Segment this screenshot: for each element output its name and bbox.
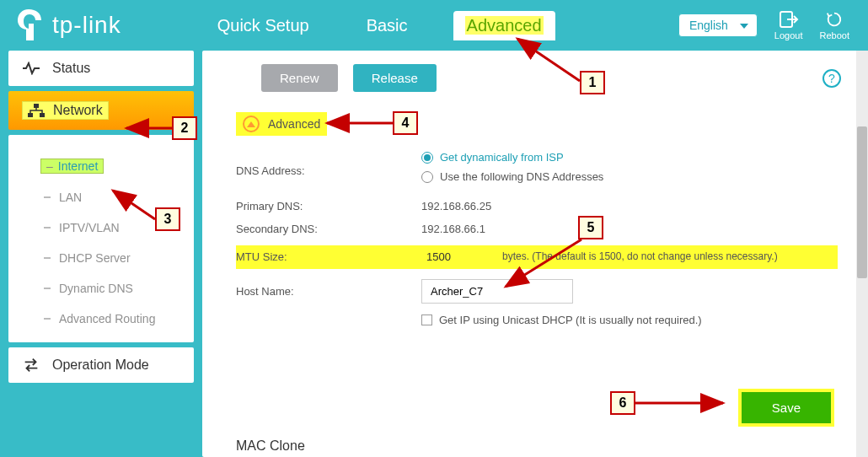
mtu-hint: bytes. (The default is 1500, do not chan… [502,250,838,264]
mtu-row: MTU Size: bytes. (The default is 1500, d… [236,245,838,269]
chevron-up-icon [243,116,260,132]
sidebar-network-sub: –Internet LAN IPTV/VLAN DHCP Server Dyna… [8,135,194,342]
sidebar-status[interactable]: Status [8,51,194,86]
sidebar-operation-mode[interactable]: Operation Mode [8,347,194,383]
tplink-logo-icon [17,8,46,42]
unicast-row[interactable]: Get IP using Unicast DHCP (It is usually… [421,314,838,326]
mac-clone-heading: MAC Clone [236,438,305,454]
operation-mode-icon [22,358,40,373]
primary-dns-row: Primary DNS: 192.168.66.25 [236,200,838,212]
callout-1: 1 [580,71,605,94]
unicast-checkbox[interactable] [421,315,432,325]
sidebar-network[interactable]: Network [8,91,194,130]
brand-text: tp-link [52,12,121,39]
renew-button[interactable]: Renew [261,64,338,92]
sidebar-item-ddns[interactable]: Dynamic DNS [44,273,194,304]
dns-option-isp[interactable]: Get dynamically from ISP [421,151,603,164]
sidebar: Status Network –Internet LAN IPTV/VLAN D… [8,51,194,457]
dns-option-manual[interactable]: Use the following DNS Addresses [421,170,603,183]
dns-label: DNS Address: [236,164,421,177]
main-panel: Renew Release ? Advanced DNS Address: Ge… [202,51,860,457]
sidebar-item-advrouting[interactable]: Advanced Routing [44,304,194,334]
mtu-input[interactable] [421,250,497,263]
brand-logo: tp-link [17,8,121,42]
help-button[interactable]: ? [822,69,841,88]
topbar: tp-link Quick Setup Basic Advanced Engli… [0,0,868,51]
main-tabs: Quick Setup Basic Advanced [206,11,555,40]
tab-basic[interactable]: Basic [355,11,420,40]
sidebar-item-internet[interactable]: –Internet [44,150,194,182]
scrollbar[interactable] [856,51,868,457]
callout-3: 3 [155,207,180,231]
callout-4: 4 [393,111,418,135]
advanced-toggle[interactable]: Advanced [236,112,327,136]
dns-row: DNS Address: Get dynamically from ISP Us… [236,151,838,190]
logout-icon [779,10,799,29]
svg-rect-3 [40,113,45,117]
tab-quick-setup[interactable]: Quick Setup [206,11,321,40]
reboot-button[interactable]: Reboot [820,10,849,40]
sidebar-item-dhcp[interactable]: DHCP Server [44,243,194,273]
status-icon [22,62,40,75]
callout-6: 6 [610,391,635,415]
release-button[interactable]: Release [353,64,437,92]
save-wrap: Save [738,389,834,427]
reboot-icon [824,10,844,29]
top-right-tools: English Logout Reboot [678,10,849,40]
svg-rect-1 [34,104,39,108]
action-buttons: Renew Release [261,64,838,92]
logout-button[interactable]: Logout [774,10,803,40]
save-button[interactable]: Save [742,392,831,423]
tab-advanced[interactable]: Advanced [453,11,555,40]
svg-rect-2 [28,113,33,117]
secondary-dns-row: Secondary DNS: 192.168.66.1 [236,223,838,235]
hostname-row: Host Name: [236,279,838,304]
callout-5: 5 [578,216,603,239]
callout-2: 2 [172,116,197,140]
network-icon [28,104,45,117]
scroll-thumb[interactable] [857,126,867,278]
language-select[interactable]: English [678,13,758,37]
hostname-input[interactable] [421,279,573,304]
primary-dns-value: 192.168.66.25 [421,200,615,212]
